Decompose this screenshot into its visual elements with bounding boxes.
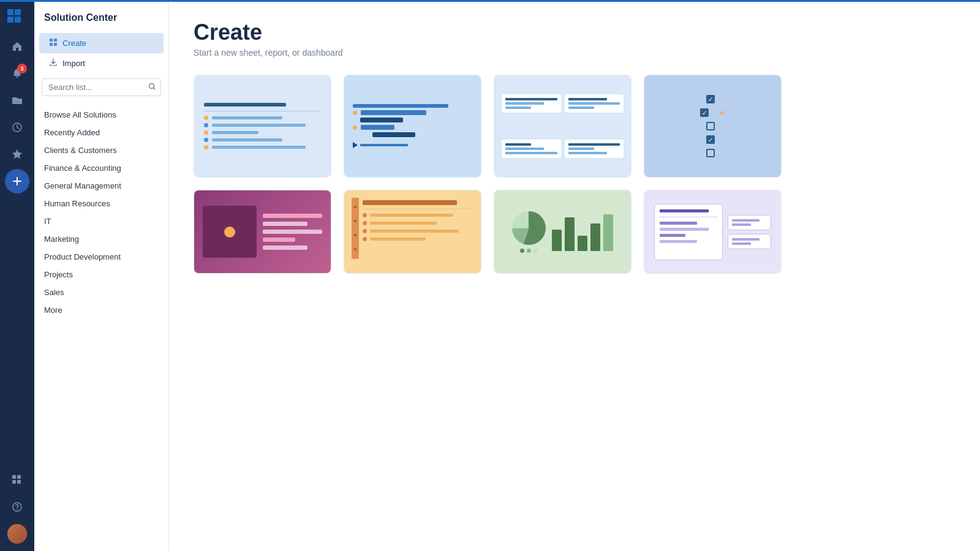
- star-icon: [12, 149, 23, 160]
- sidebar: Solution Center Create Import Browse All…: [34, 0, 169, 551]
- card-tasklist[interactable]: ✓ ✓ ★ ✓: [644, 75, 782, 178]
- card-form-image: [194, 190, 331, 273]
- question-icon: [12, 501, 23, 512]
- nav-help[interactable]: [5, 495, 29, 519]
- import-nav-icon: [49, 58, 58, 69]
- nav-bar: 3: [0, 0, 34, 551]
- nav-recents[interactable]: [5, 115, 29, 140]
- svg-rect-2: [7, 17, 13, 23]
- task-check-2: ✓: [700, 108, 709, 117]
- svg-rect-12: [50, 43, 53, 46]
- sidebar-search: [42, 78, 161, 96]
- sidebar-list: Browse All Solutions Recently Added Clie…: [34, 106, 168, 319]
- page-title: Create: [194, 20, 956, 45]
- card-project-label: Project: [344, 177, 481, 178]
- card-project-image: [344, 75, 481, 177]
- smartsheet-logo-icon: [7, 9, 27, 23]
- svg-rect-6: [17, 475, 21, 479]
- svg-rect-13: [54, 39, 57, 42]
- page-subtitle: Start a new sheet, report, or dashboard: [194, 48, 956, 58]
- app-header-bar: [0, 0, 980, 2]
- card-dashboard-image: [494, 190, 631, 273]
- card-tasklist-label: Task List: [644, 177, 781, 178]
- nav-apps[interactable]: [5, 468, 29, 492]
- svg-rect-5: [12, 475, 16, 479]
- card-dashboard-label: Dashboard/Portal: [494, 273, 631, 274]
- search-icon: [148, 83, 156, 92]
- list-item-product-dev[interactable]: Product Development: [39, 248, 164, 266]
- card-report-label: Report: [344, 273, 481, 274]
- card-workapps[interactable]: WorkApps: [644, 190, 782, 274]
- home-icon: [12, 41, 23, 52]
- sidebar-nav-create[interactable]: Create: [39, 33, 164, 53]
- user-avatar[interactable]: [7, 524, 27, 544]
- list-item-browse-all[interactable]: Browse All Solutions: [39, 106, 164, 124]
- create-nav-icon: [49, 38, 58, 48]
- svg-rect-1: [15, 9, 21, 15]
- task-check-3: [706, 122, 715, 130]
- clock-icon: [12, 122, 23, 133]
- task-check-1: ✓: [706, 95, 715, 103]
- card-workapps-label: WorkApps: [644, 273, 781, 274]
- task-check-4: ✓: [706, 135, 715, 144]
- task-check-5: [706, 149, 715, 157]
- cards-grid: Grid Proj: [194, 75, 782, 274]
- main-content: Create Start a new sheet, report, or das…: [169, 0, 980, 551]
- card-cards-label: Cards: [494, 177, 631, 178]
- list-item-finance[interactable]: Finance & Accounting: [39, 159, 164, 177]
- svg-rect-0: [7, 9, 13, 15]
- list-item-clients[interactable]: Clients & Customers: [39, 141, 164, 159]
- list-item-it[interactable]: IT: [39, 212, 164, 230]
- svg-rect-3: [15, 17, 21, 23]
- nav-folders[interactable]: [5, 88, 29, 113]
- card-cards-image: [494, 75, 631, 177]
- grid-apps-icon: [12, 474, 23, 485]
- card-report-image: [344, 190, 481, 273]
- nav-notifications[interactable]: 3: [5, 61, 29, 86]
- card-form-label: Form: [194, 273, 331, 274]
- notification-badge: 3: [17, 64, 27, 73]
- card-cards[interactable]: Cards: [494, 75, 631, 178]
- search-input[interactable]: [42, 78, 161, 96]
- sidebar-title: Solution Center: [34, 12, 168, 33]
- list-item-hr[interactable]: Human Resources: [39, 195, 164, 212]
- card-dashboard[interactable]: Dashboard/Portal: [494, 190, 631, 274]
- nav-home[interactable]: [5, 34, 29, 59]
- card-grid-image: [194, 75, 331, 177]
- folder-icon: [12, 95, 23, 106]
- svg-rect-14: [54, 43, 57, 46]
- svg-rect-11: [50, 39, 53, 42]
- logo[interactable]: [4, 7, 31, 24]
- pie-chart-icon: [512, 211, 546, 245]
- avatar-image: [7, 524, 27, 544]
- card-workapps-image: [644, 190, 781, 273]
- bar-chart: [552, 211, 613, 253]
- nav-create[interactable]: [5, 169, 29, 193]
- list-item-marketing[interactable]: Marketing: [39, 230, 164, 248]
- list-item-recently-added[interactable]: Recently Added: [39, 124, 164, 141]
- sidebar-nav-import[interactable]: Import: [39, 53, 164, 73]
- card-form[interactable]: Form: [194, 190, 331, 274]
- card-grid-label: Grid: [194, 177, 331, 178]
- card-report[interactable]: Report: [344, 190, 481, 274]
- list-item-general-mgmt[interactable]: General Management: [39, 177, 164, 195]
- card-grid[interactable]: Grid: [194, 75, 331, 178]
- svg-rect-8: [17, 480, 21, 484]
- list-item-sales[interactable]: Sales: [39, 283, 164, 301]
- card-tasklist-image: ✓ ✓ ★ ✓: [644, 75, 781, 177]
- sidebar-import-label: Import: [62, 59, 85, 68]
- list-item-more[interactable]: More: [39, 301, 164, 319]
- svg-point-10: [17, 509, 18, 510]
- card-project[interactable]: Project: [344, 75, 481, 178]
- sidebar-create-label: Create: [62, 39, 86, 48]
- list-item-projects[interactable]: Projects: [39, 266, 164, 283]
- svg-rect-7: [12, 480, 16, 484]
- plus-icon: [12, 176, 22, 186]
- nav-favorites[interactable]: [5, 142, 29, 167]
